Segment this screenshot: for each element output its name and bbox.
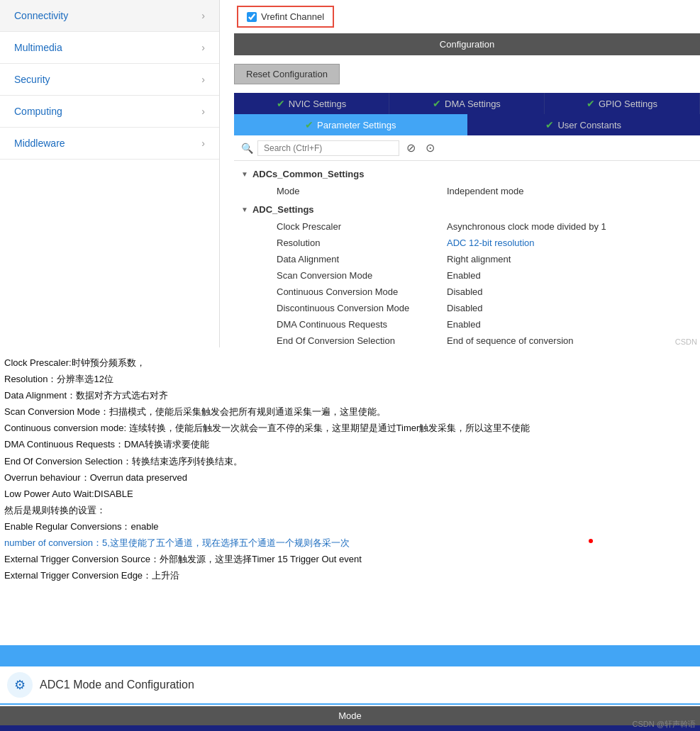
sidebar-item-security[interactable]: Security › bbox=[0, 64, 219, 96]
check-icon: ✔ bbox=[545, 119, 554, 130]
param-value: Disabled bbox=[447, 286, 693, 297]
tree-group-header-adc-settings[interactable]: ▼ ADC_Settings bbox=[234, 201, 700, 218]
tab-dma-settings[interactable]: ✔ DMA Settings bbox=[389, 93, 545, 114]
search-icon: 🔍 bbox=[241, 143, 253, 154]
sidebar: Connectivity › Multimedia › Security › C… bbox=[0, 0, 220, 347]
table-row: Mode Independent mode bbox=[234, 183, 700, 199]
table-row: End Of Conversion Selection End of seque… bbox=[234, 333, 700, 349]
chevron-right-icon: › bbox=[201, 138, 205, 149]
param-value: End of sequence of conversion bbox=[447, 335, 693, 346]
main-content: Vrefint Channel Configuration Reset Conf… bbox=[234, 0, 700, 347]
chevron-right-icon: › bbox=[201, 106, 205, 117]
param-value: Enabled bbox=[447, 319, 693, 330]
sidebar-item-label: Computing bbox=[14, 106, 62, 117]
param-name: Discontinuous Conversion Mode bbox=[277, 303, 447, 313]
table-row: Continuous Conversion Mode Disabled bbox=[234, 284, 700, 300]
tree-group-adc-settings: ▼ ADC_Settings Clock Prescaler Asynchron… bbox=[234, 201, 700, 349]
param-value: Independent mode bbox=[447, 186, 693, 196]
tree-group-adcs-common: ▼ ADCs_Common_Settings Mode Independent … bbox=[234, 165, 700, 199]
tab-gpio-settings[interactable]: ✔ GPIO Settings bbox=[545, 93, 700, 114]
vrefint-label: Vrefint Channel bbox=[261, 11, 324, 22]
param-name: DMA Continuous Requests bbox=[277, 319, 447, 330]
adc-panel: ⚙ ADC1 Mode and Configuration Mode Confi… bbox=[0, 666, 700, 731]
reset-configuration-button[interactable]: Reset Configuration bbox=[234, 64, 340, 84]
check-icon: ✔ bbox=[587, 98, 595, 109]
adc-panel-title: ADC1 Mode and Configuration bbox=[40, 679, 194, 691]
adc-config-bar: Configuration bbox=[0, 725, 700, 731]
param-value: ADC 12-bit resolution bbox=[447, 238, 693, 248]
chevron-right-icon: › bbox=[201, 42, 205, 53]
check-icon: ✔ bbox=[277, 98, 285, 109]
notes-section: Clock Prescaler:时钟预分频系数， Resolution：分辨率选… bbox=[0, 347, 700, 591]
tab-parameter-settings[interactable]: ✔ Parameter Settings bbox=[234, 114, 467, 135]
search-bar: 🔍 ⊘ ⊙ bbox=[234, 135, 700, 161]
sidebar-item-label: Multimedia bbox=[14, 42, 62, 53]
tab-label: Parameter Settings bbox=[317, 120, 396, 130]
vrefint-section: Vrefint Channel bbox=[234, 0, 700, 30]
note-line: 然后是规则转换的设置： bbox=[4, 503, 696, 518]
note-line: Continuous conversion mode: 连续转换，使能后触发一次… bbox=[4, 420, 696, 436]
vrefint-checkbox[interactable] bbox=[247, 12, 257, 22]
adc-mode-bar: Mode bbox=[0, 706, 700, 725]
tab-label: User Constants bbox=[557, 120, 621, 130]
table-row: DMA Continuous Requests Enabled bbox=[234, 316, 700, 333]
sidebar-item-label: Middleware bbox=[14, 138, 65, 149]
nav-next-button[interactable]: ⊙ bbox=[423, 140, 438, 156]
sidebar-item-middleware[interactable]: Middleware › bbox=[0, 128, 219, 160]
check-icon: ✔ bbox=[305, 119, 313, 130]
sidebar-item-label: Connectivity bbox=[14, 10, 68, 21]
sidebar-item-computing[interactable]: Computing › bbox=[0, 96, 219, 128]
param-name: Continuous Conversion Mode bbox=[277, 286, 447, 297]
adc-panel-header: ⚙ ADC1 Mode and Configuration bbox=[0, 666, 700, 705]
group-name: ADCs_Common_Settings bbox=[252, 169, 364, 179]
search-input[interactable] bbox=[257, 140, 399, 156]
csdn-watermark-bottom: CSDN @轩声斡语 bbox=[633, 719, 696, 730]
param-name: Resolution bbox=[277, 238, 447, 248]
chevron-right-icon: › bbox=[201, 10, 205, 21]
param-name: Clock Prescaler bbox=[277, 221, 447, 232]
collapse-icon: ▼ bbox=[241, 206, 248, 213]
nav-prev-button[interactable]: ⊘ bbox=[404, 140, 418, 156]
note-line: External Trigger Conversion Source：外部触发源… bbox=[4, 552, 696, 567]
config-header: Configuration bbox=[234, 33, 700, 55]
vrefint-bar: Vrefint Channel bbox=[237, 6, 334, 28]
sidebar-item-connectivity[interactable]: Connectivity › bbox=[0, 0, 219, 32]
tabs-row-1: ✔ NVIC Settings ✔ DMA Settings ✔ GPIO Se… bbox=[234, 93, 700, 114]
sidebar-item-multimedia[interactable]: Multimedia › bbox=[0, 32, 219, 64]
note-line: Resolution：分辨率选12位 bbox=[4, 372, 696, 387]
tabs-row-2: ✔ Parameter Settings ✔ User Constants bbox=[234, 114, 700, 135]
table-row: Data Alignment Right alignment bbox=[234, 251, 700, 267]
tree-group-header-adcs-common[interactable]: ▼ ADCs_Common_Settings bbox=[234, 165, 700, 183]
note-line: Low Power Auto Wait:DISABLE bbox=[4, 486, 696, 502]
param-value: Disabled bbox=[447, 303, 693, 313]
tab-label: GPIO Settings bbox=[599, 99, 657, 109]
table-row: Discontinuous Conversion Mode Disabled bbox=[234, 300, 700, 316]
bottom-blue-bar bbox=[0, 645, 700, 666]
note-line: Overrun behaviour：Overrun data preserved bbox=[4, 470, 696, 486]
param-name: End Of Conversion Selection bbox=[277, 335, 447, 346]
note-line: Scan Conversion Mode：扫描模式，使能后采集触发会把所有规则通… bbox=[4, 404, 696, 420]
chevron-right-icon: › bbox=[201, 74, 205, 85]
table-row: Resolution ADC 12-bit resolution bbox=[234, 235, 700, 251]
tab-user-constants[interactable]: ✔ User Constants bbox=[467, 114, 701, 135]
note-line: Clock Prescaler:时钟预分频系数， bbox=[4, 355, 696, 371]
csdn-watermark: CSDN bbox=[675, 337, 697, 346]
param-name: Scan Conversion Mode bbox=[277, 270, 447, 281]
settings-tree: ▼ ADCs_Common_Settings Mode Independent … bbox=[234, 161, 700, 353]
note-line: number of conversion：5,这里使能了五个通道，现在选择五个通… bbox=[4, 535, 696, 551]
table-row: Scan Conversion Mode Enabled bbox=[234, 267, 700, 284]
param-value: Enabled bbox=[447, 270, 693, 281]
table-row: Clock Prescaler Asynchronous clock mode … bbox=[234, 218, 700, 235]
note-line: Enable Regular Conversions：enable bbox=[4, 519, 696, 535]
sidebar-item-label: Security bbox=[14, 74, 50, 85]
param-value: Right alignment bbox=[447, 254, 693, 264]
red-dot-indicator bbox=[589, 539, 593, 543]
reset-section: Reset Configuration bbox=[234, 55, 700, 93]
param-value: Asynchronous clock mode divided by 1 bbox=[447, 221, 693, 232]
tab-label: NVIC Settings bbox=[289, 99, 347, 109]
note-line: Data Alignment：数据对齐方式选右对齐 bbox=[4, 388, 696, 403]
tab-nvic-settings[interactable]: ✔ NVIC Settings bbox=[234, 93, 389, 114]
note-line: DMA Continuous Requests：DMA转换请求要使能 bbox=[4, 437, 696, 452]
check-icon: ✔ bbox=[433, 98, 441, 109]
note-line: External Trigger Conversion Edge：上升沿 bbox=[4, 568, 696, 584]
